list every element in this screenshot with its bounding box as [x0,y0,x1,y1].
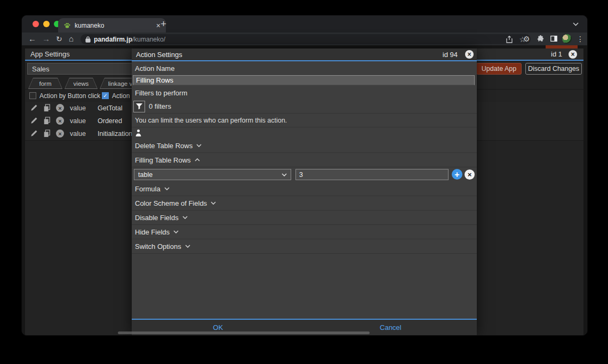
cancel-button[interactable]: Cancel [380,323,401,331]
app-settings-close-icon[interactable]: × [569,50,577,59]
action-settings-close-icon[interactable]: × [465,50,474,59]
ok-button[interactable]: OK [213,323,223,331]
browser-tab-kumaneko[interactable]: kumaneko × [58,18,166,33]
window-close-button[interactable] [33,21,39,27]
edit-pencil-icon[interactable] [30,130,38,137]
tab-close-icon[interactable]: × [156,22,161,29]
reload-button[interactable]: ↻ [56,33,62,45]
section-label: Delete Table Rows [135,142,193,150]
delete-x-icon[interactable]: × [56,117,64,125]
action-name: Initialization [98,130,132,137]
edit-pencil-icon[interactable] [30,117,38,124]
users-row [132,127,477,139]
filters-to-perform-label: Filters to perform [132,86,477,100]
section-label: Color Scheme of Fields [135,199,207,207]
window-minimize-button[interactable] [43,21,50,27]
action-settings-id-badge: id 94 [443,51,458,59]
app-settings-title: App Settings [30,50,70,58]
back-button[interactable]: ← [28,33,36,45]
chevron-down-icon [164,187,170,190]
browser-window: kumaneko × + ← → ↻ ⌂ pandafirm.jp /kum [21,15,588,336]
discard-changes-button[interactable]: Discard Changes [525,63,582,75]
action-name: Ordered [98,117,122,125]
chevron-up-icon [195,158,200,161]
action-settings-title: Action Settings [136,51,182,59]
chevron-down-icon [196,144,202,147]
add-row-button[interactable]: + [452,169,462,180]
filters-count: 0 filters [149,102,171,110]
tab-title: kumaneko [75,22,104,29]
url-path: /kumaneko/ [132,36,165,43]
limit-users-hint: You can limit the users who can perform … [132,114,477,127]
home-button[interactable]: ⌂ [69,33,74,45]
tab-search-chevron-icon[interactable] [573,22,579,26]
checkbox-action-other[interactable]: ✓ [102,92,109,99]
address-bar[interactable]: pandafirm.jp /kumaneko/ ☆ [81,34,531,44]
copy-icon[interactable] [43,130,51,137]
browser-tab-strip: kumaneko × + [22,15,587,33]
checkbox-label: Action by Button click [39,92,100,100]
section-label: Hide Fields [135,228,170,236]
checkbox-action-by-button-click[interactable] [29,92,36,99]
update-app-button[interactable]: Update App [476,63,522,75]
section-color-scheme[interactable]: Color Scheme of Fields [132,196,477,211]
profile-avatar[interactable] [562,34,572,44]
row-count-input[interactable] [295,169,449,180]
copy-icon[interactable] [43,104,51,112]
person-icon[interactable] [135,129,142,137]
settings-gear-icon[interactable]: ⚙ [523,33,530,45]
new-tab-button[interactable]: + [161,18,166,30]
section-disable-fields[interactable]: Disable Fields [132,211,477,225]
action-name-label: Action Name [132,61,477,75]
section-formula[interactable]: Formula [132,182,477,196]
extensions-puzzle-icon[interactable] [537,35,544,42]
browser-toolbar: ← → ↻ ⌂ pandafirm.jp /kumaneko/ ☆ [22,33,587,45]
tab-form[interactable]: form [28,78,62,89]
filters-row: 0 filters [132,100,477,114]
delete-x-icon[interactable]: × [56,130,64,137]
share-icon[interactable] [506,36,513,43]
copy-icon[interactable] [43,117,51,125]
menu-dots-icon[interactable]: ⋮ [577,33,584,45]
delete-x-icon[interactable]: × [56,104,64,112]
edit-pencil-icon[interactable] [30,104,38,111]
action-kind: value [70,117,86,125]
section-label: Filling Table Rows [135,156,191,164]
section-delete-table-rows[interactable]: Delete Table Rows [132,139,477,153]
lock-icon [85,36,91,43]
tab-views[interactable]: views [65,78,98,89]
section-label: Switch Options [135,242,181,250]
action-settings-dialog-header: Action Settings id 94 × [132,48,477,61]
chevron-down-icon [173,230,179,233]
action-kind: value [70,130,86,137]
checkmark-icon: ✓ [103,93,107,99]
action-name-input[interactable] [133,75,475,85]
section-switch-options[interactable]: Switch Options [132,239,477,254]
side-panel-icon[interactable] [550,35,557,42]
action-settings-dialog: Action Settings id 94 × Action Name Filt… [132,48,477,335]
section-hide-fields[interactable]: Hide Fields [132,225,477,239]
app-name-value: Sales [32,65,50,73]
section-filling-table-rows[interactable]: Filling Table Rows [132,153,477,167]
chevron-down-icon [282,173,287,176]
chevron-down-icon [182,216,188,219]
tab-favicon-paw-icon [63,22,71,29]
chevron-down-icon [211,201,216,205]
filling-table-rows-controls: table + × [132,167,477,182]
forward-button[interactable]: → [42,33,50,45]
page-content: App Settings id 1 × Sales Update App Dis… [22,45,587,335]
url-domain: pandafirm.jp [94,36,132,43]
table-select-value: table [138,171,153,179]
section-label: Disable Fields [135,214,179,222]
chevron-down-icon [185,245,190,248]
table-select[interactable]: table [134,169,291,180]
horizontal-scrollbar[interactable] [118,331,370,334]
desktop-background: kumaneko × + ← → ↻ ⌂ pandafirm.jp /kum [0,0,608,364]
section-label: Formula [135,185,161,193]
filter-funnel-button[interactable] [133,101,145,112]
remove-row-button[interactable]: × [465,169,475,180]
app-settings-id-badge: id 1 [551,50,562,58]
action-name: GetTotal [98,104,123,112]
action-kind: value [70,104,86,112]
